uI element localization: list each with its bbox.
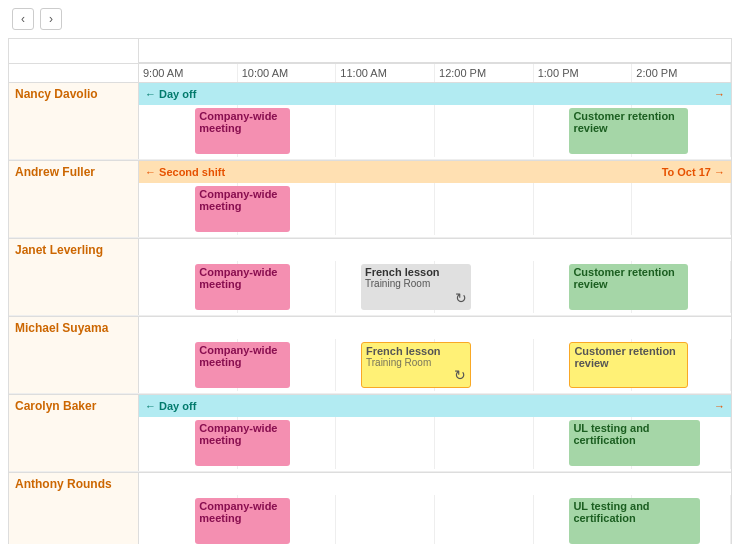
person-row-1: Andrew Fuller← Second shiftTo Oct 17 →Co… — [9, 161, 731, 239]
time-slot-0: 9:00 AM — [139, 64, 238, 82]
event-sub-e8: Training Room — [366, 357, 466, 368]
person-name-3: Michael Suyama — [9, 317, 139, 339]
event-block-e1[interactable]: Company-wide meeting — [195, 108, 290, 154]
event-block-e8[interactable]: French lessonTraining Room↻ — [361, 342, 471, 388]
person-row-5: Anthony RoundsCompany-wide meetingUL tes… — [9, 473, 731, 544]
person-row-2: Janet LeverlingCompany-wide meetingFrenc… — [9, 239, 731, 317]
next-button[interactable]: › — [40, 8, 62, 30]
event-title-e7: Company-wide meeting — [199, 344, 286, 368]
event-sub-e5: Training Room — [365, 278, 467, 289]
event-title-e4: Company-wide meeting — [199, 266, 286, 290]
event-title-e6: Customer retention review — [573, 266, 683, 290]
event-title-e2: Customer retention review — [573, 110, 683, 134]
event-block-e2[interactable]: Customer retention review — [569, 108, 687, 154]
time-slot-1: 10:00 AM — [238, 64, 337, 82]
event-title-e8: French lesson — [366, 345, 466, 357]
person-name-2: Janet Leverling — [9, 239, 139, 261]
person-name-4: Carolyn Baker — [9, 395, 139, 417]
event-title-e11: UL testing and certification — [573, 422, 695, 446]
person-row-3: Michael SuyamaCompany-wide meetingFrench… — [9, 317, 731, 395]
refresh-icon-e5: ↻ — [455, 290, 467, 306]
event-block-e13[interactable]: UL testing and certification — [569, 498, 699, 544]
event-block-e11[interactable]: UL testing and certification — [569, 420, 699, 466]
prev-button[interactable]: ‹ — [12, 8, 34, 30]
event-block-e4[interactable]: Company-wide meeting — [195, 264, 290, 310]
event-block-e12[interactable]: Company-wide meeting — [195, 498, 290, 544]
day-label — [139, 39, 731, 63]
allday-bar-4: ← Day off→ — [139, 395, 731, 417]
person-name-1: Andrew Fuller — [9, 161, 139, 183]
person-row-4: Carolyn Baker← Day off→Company-wide meet… — [9, 395, 731, 473]
event-title-e3: Company-wide meeting — [199, 188, 286, 212]
time-slot-3: 12:00 PM — [435, 64, 534, 82]
person-row-0: Nancy Davolio← Day off→Company-wide meet… — [9, 83, 731, 161]
person-name-0: Nancy Davolio — [9, 83, 139, 105]
event-title-e5: French lesson — [365, 266, 467, 278]
refresh-icon-e8: ↻ — [454, 367, 466, 383]
time-slot-4: 1:00 PM — [534, 64, 633, 82]
event-block-e6[interactable]: Customer retention review — [569, 264, 687, 310]
event-block-e5[interactable]: French lessonTraining Room↻ — [361, 264, 471, 310]
event-title-e1: Company-wide meeting — [199, 110, 286, 134]
day-header-row — [9, 39, 731, 64]
event-title-e9: Customer retention review — [574, 345, 682, 369]
header-nav: ‹ › — [0, 0, 740, 38]
event-block-e7[interactable]: Company-wide meeting — [195, 342, 290, 388]
event-block-e10[interactable]: Company-wide meeting — [195, 420, 290, 466]
event-block-e3[interactable]: Company-wide meeting — [195, 186, 290, 232]
event-title-e13: UL testing and certification — [573, 500, 695, 524]
allday-bar-0: ← Day off→ — [139, 83, 731, 105]
person-name-5: Anthony Rounds — [9, 473, 139, 495]
allday-bar-1: ← Second shiftTo Oct 17 → — [139, 161, 731, 183]
event-block-e9[interactable]: Customer retention review — [569, 342, 687, 388]
event-title-e12: Company-wide meeting — [199, 500, 286, 524]
time-slot-5: 2:00 PM — [632, 64, 731, 82]
time-header: 9:00 AM10:00 AM11:00 AM12:00 PM1:00 PM2:… — [9, 64, 731, 83]
calendar-wrapper: 9:00 AM10:00 AM11:00 AM12:00 PM1:00 PM2:… — [8, 38, 732, 544]
time-slot-2: 11:00 AM — [336, 64, 435, 82]
event-title-e10: Company-wide meeting — [199, 422, 286, 446]
